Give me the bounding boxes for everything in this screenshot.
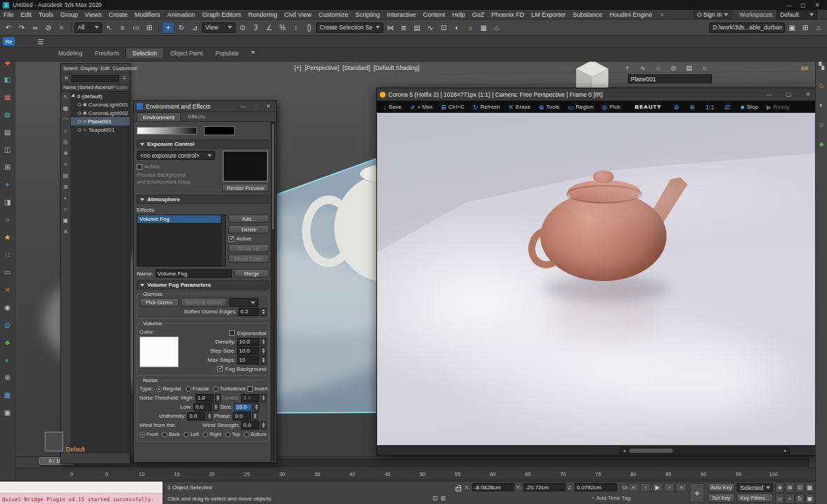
menu-item[interactable]: Rendering xyxy=(245,10,281,20)
layer-explorer-icon[interactable]: ▤ xyxy=(411,22,423,34)
pick-button[interactable]: ◎Pick xyxy=(599,101,624,113)
uniformity-field[interactable]: 0.0 xyxy=(187,412,205,421)
spinner-control[interactable] xyxy=(207,412,212,421)
menu-item[interactable]: Tools xyxy=(35,10,57,20)
wind-direction-radio[interactable] xyxy=(139,432,145,437)
y-coordinate-field[interactable]: -20.72cm xyxy=(524,483,566,491)
ribbon-tab[interactable]: Object Paint xyxy=(164,48,209,58)
effect-list-item[interactable]: Volume Fog xyxy=(137,215,225,223)
wind-direction-radio[interactable] xyxy=(225,432,231,437)
frame-number[interactable]: 55 xyxy=(452,471,463,477)
menu-item[interactable]: Animation xyxy=(163,10,198,20)
frame-number[interactable]: 5 xyxy=(101,471,112,477)
exposure-active-checkbox[interactable] xyxy=(137,164,142,170)
z-coordinate-field[interactable]: 0.0792cm xyxy=(575,483,617,491)
spinner-control[interactable] xyxy=(215,394,221,402)
menu-item[interactable]: Group xyxy=(57,10,81,20)
frame-number[interactable]: 25 xyxy=(241,471,252,477)
visibility-dot-icon[interactable] xyxy=(78,128,81,132)
selection-lock-icon[interactable] xyxy=(456,487,461,491)
render-status[interactable]: ▶Ready xyxy=(763,101,793,113)
next-frame-button[interactable]: › xyxy=(664,483,675,492)
plus-grid-icon[interactable]: ⊞ xyxy=(2,161,13,172)
current-layer-label[interactable]: Default xyxy=(66,446,85,453)
scene-object-row[interactable]: ♨ Teapot001 xyxy=(71,125,130,134)
frame-number[interactable]: 40 xyxy=(347,471,358,477)
zoom-extents-icon[interactable]: ⊡ xyxy=(795,482,805,493)
frame-number[interactable]: 100 xyxy=(768,471,779,477)
filter-groups-icon[interactable]: ▤ xyxy=(63,172,69,179)
set-key-button[interactable]: Set Key xyxy=(708,493,734,503)
region-button[interactable]: ▭Region xyxy=(564,101,597,113)
delete-effect-button[interactable]: Delete xyxy=(228,225,269,233)
dialog-title-bar[interactable]: Environment and Effects — ▢ ✕ xyxy=(134,101,276,112)
expander-icon[interactable] xyxy=(71,93,76,98)
visibility-dot-icon[interactable] xyxy=(78,111,81,115)
half-disc-icon[interactable]: ◐ xyxy=(2,354,13,365)
club-icon[interactable]: ♣ xyxy=(2,336,13,348)
atmosphere-active-checkbox[interactable] xyxy=(228,236,234,242)
menu-item[interactable]: Edit xyxy=(18,10,36,20)
menu-item[interactable]: GoZ xyxy=(469,10,488,20)
explorer-menu-item[interactable]: Display xyxy=(81,65,98,71)
select-and-link-icon[interactable]: ∞ xyxy=(29,22,41,34)
mirror-icon[interactable]: ⋈ xyxy=(384,22,397,34)
filter-spacewarps-icon[interactable]: ≈ xyxy=(64,161,67,168)
minimize-button[interactable]: — xyxy=(782,0,796,10)
scene-object-row[interactable]: ▱ Plane001 xyxy=(71,117,130,125)
render-setup-icon[interactable]: ☼ xyxy=(464,22,477,34)
filter-materials-icon[interactable]: ◐ xyxy=(64,195,67,201)
play-button[interactable]: ▶ xyxy=(652,483,663,492)
key-filters-button[interactable]: Key Filters... xyxy=(737,493,773,503)
frame-number[interactable]: 85 xyxy=(663,471,674,477)
rectangular-selection-region-icon[interactable]: ▭ xyxy=(130,22,142,34)
set-keys-button[interactable]: + xyxy=(690,483,704,503)
exponential-checkbox[interactable] xyxy=(229,330,235,336)
frame-number[interactable]: 30 xyxy=(277,471,288,477)
effect-name-field[interactable]: Volume Fog xyxy=(156,269,232,278)
explorer-menu-item[interactable]: Select xyxy=(63,65,78,71)
spinner-control[interactable] xyxy=(261,347,266,355)
menu-item[interactable]: Help xyxy=(449,10,469,20)
copy-button[interactable]: ⊞Ctrl+C xyxy=(437,101,467,113)
maximize-button[interactable]: ▢ xyxy=(796,0,810,10)
exposure-control-dropdown[interactable]: <no exposure control> xyxy=(137,151,215,160)
render-shortcut-icon[interactable]: ♨ xyxy=(812,22,825,34)
exposure-control-rollout[interactable]: Exposure Control xyxy=(137,139,269,149)
corona-sun-icon[interactable]: ☼ xyxy=(816,118,827,130)
high-field[interactable]: 1.0 xyxy=(196,394,214,402)
modify-tab-icon[interactable]: ∿ xyxy=(638,63,648,72)
redo-icon[interactable]: ↷ xyxy=(15,22,28,34)
filter-cameras-icon[interactable]: ◎ xyxy=(63,139,68,145)
spinner-control[interactable] xyxy=(213,403,219,411)
render-scrollbar[interactable]: ◂ ▸ xyxy=(620,447,790,454)
visibility-dot-icon[interactable] xyxy=(78,120,81,123)
corona-minimize-button[interactable]: — xyxy=(760,90,777,99)
title-bar[interactable]: 3 Untitled - Autodesk 3ds Max 2020 — ▢ ✕ xyxy=(0,0,827,10)
menu-item[interactable]: Create xyxy=(105,10,131,20)
ribbon-tab[interactable]: Modeling xyxy=(52,48,89,58)
viewport-menu-general[interactable]: [+] xyxy=(294,64,301,71)
noise-type-radio[interactable] xyxy=(186,386,191,392)
menu-item[interactable]: Views xyxy=(81,10,105,20)
go-to-start-button[interactable]: « xyxy=(628,483,639,492)
offset-mode-icon[interactable]: ⊞ xyxy=(441,495,446,502)
project-path-dropdown[interactable]: D:\work\3ds...able_durban xyxy=(709,22,785,33)
display-tab-icon[interactable]: ▤ xyxy=(684,63,694,72)
auto-key-button[interactable]: Auto Key xyxy=(708,483,734,492)
edit-named-selections-icon[interactable]: {} xyxy=(303,22,315,34)
frame-number[interactable]: 80 xyxy=(628,471,639,477)
ring-icon[interactable]: ○ xyxy=(2,214,13,225)
angle-snap-icon[interactable]: ∠ xyxy=(263,22,275,34)
wind-direction-radio[interactable] xyxy=(203,432,208,437)
explorer-menu-item[interactable]: Edit xyxy=(100,65,109,71)
soften-gizmo-edges-field[interactable]: 0.2 xyxy=(238,308,259,316)
frame-number[interactable]: 20 xyxy=(206,471,217,477)
fog-background-checkbox[interactable] xyxy=(217,366,223,372)
half-square-icon[interactable]: ◧ xyxy=(2,74,13,85)
filter-geometry-icon[interactable]: ▦ xyxy=(63,105,69,111)
zoom-actual-icon[interactable]: 1:1 xyxy=(702,101,720,113)
refresh-button[interactable]: ↻Refresh xyxy=(470,101,504,113)
bind-to-spacewarp-icon[interactable]: ≈ xyxy=(55,22,68,34)
zoom-all-icon[interactable]: ⊞ xyxy=(785,482,794,493)
